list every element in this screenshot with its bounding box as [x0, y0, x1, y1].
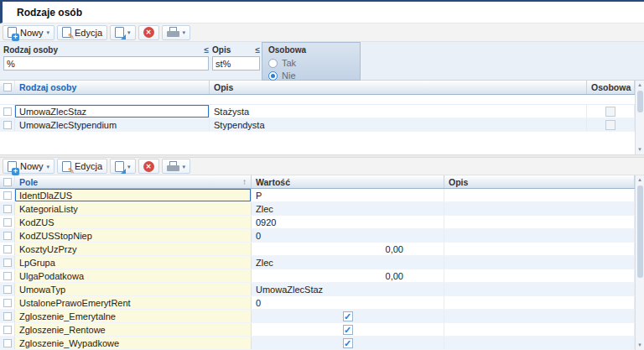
cell-pole[interactable]: IdentDlaZUS [15, 189, 252, 201]
row-select-checkbox[interactable] [0, 296, 15, 309]
cell-wartosc[interactable]: 0 [252, 296, 444, 309]
print-button[interactable] [162, 159, 191, 174]
row-select-checkbox[interactable] [0, 105, 15, 118]
grid1-scrollbar[interactable] [635, 81, 644, 154]
column-header-opis[interactable]: Opis [444, 175, 635, 188]
cell-pole[interactable]: KodZUSStopNiep [15, 229, 252, 242]
row-select-checkbox[interactable] [0, 202, 15, 215]
new-button[interactable]: Nowy [3, 25, 55, 40]
cell-opis[interactable] [444, 310, 635, 322]
cell-opis[interactable] [444, 323, 635, 336]
cell-wartosc[interactable] [252, 310, 444, 322]
scroll-down-icon[interactable] [637, 342, 642, 349]
table-row[interactable]: IdentDlaZUSP [0, 189, 635, 202]
row-select-checkbox[interactable] [0, 118, 15, 131]
cell-osobowa[interactable] [587, 105, 635, 118]
cell-osobowa[interactable] [587, 118, 635, 131]
osobowa-option-nie[interactable]: Nie [268, 71, 354, 81]
cell-opis[interactable] [444, 189, 635, 201]
row-select-checkbox[interactable] [0, 337, 15, 349]
cell-wartosc[interactable]: 0920 [252, 216, 444, 228]
cell-wartosc[interactable] [252, 337, 444, 349]
cell-wartosc[interactable]: Zlec [252, 202, 444, 215]
cell-opis[interactable] [444, 216, 635, 228]
cell-pole[interactable]: LpGrupa [15, 256, 252, 269]
table-row[interactable]: UmowaTypUmowaZlecStaz [0, 283, 635, 296]
column-header-rodzaj-osoby[interactable]: Rodzaj osoby [15, 81, 210, 94]
cell-wartosc[interactable]: P [252, 189, 444, 201]
cell-pole[interactable]: KategoriaListy [15, 202, 252, 215]
row-select-checkbox[interactable] [0, 269, 15, 282]
scrollbar-thumb[interactable] [637, 91, 643, 112]
chevron-down-icon[interactable] [47, 164, 50, 170]
edit-button[interactable]: Edycja [57, 159, 107, 174]
cell-rodzaj-osoby[interactable]: UmowaZlecStypendium [15, 118, 210, 131]
rodzaj-filter-operator[interactable]: ≤ [205, 45, 210, 55]
select-all-header[interactable] [0, 175, 15, 188]
delete-button[interactable] [138, 159, 159, 174]
table-row[interactable]: LpGrupaZlec [0, 256, 635, 269]
cell-pole[interactable]: Zgloszenie_Emerytalne [15, 310, 252, 322]
cell-opis[interactable]: Stypendysta [210, 118, 587, 131]
copy-button[interactable] [110, 25, 136, 40]
new-row-area[interactable] [0, 95, 644, 105]
cell-pole[interactable]: KodZUS [15, 216, 252, 228]
chevron-down-icon[interactable] [183, 164, 186, 170]
chevron-down-icon[interactable] [127, 29, 131, 35]
cell-opis[interactable] [444, 283, 635, 295]
chevron-down-icon[interactable] [183, 29, 186, 35]
cell-opis[interactable] [444, 243, 635, 255]
column-header-opis[interactable]: Opis [210, 81, 587, 94]
cell-wartosc[interactable]: 0,00 [252, 269, 444, 282]
table-row[interactable]: Zgloszenie_Wypadkowe [0, 337, 635, 350]
opis-filter-input[interactable] [212, 56, 260, 71]
cell-pole[interactable]: UmowaTyp [15, 283, 252, 295]
radio-selected-icon[interactable] [268, 71, 278, 81]
cell-pole[interactable]: Zgloszenie_Rentowe [15, 323, 252, 336]
row-select-checkbox[interactable] [0, 229, 15, 242]
value-checkbox-icon[interactable] [343, 338, 353, 348]
edit-button[interactable]: Edycja [57, 25, 107, 40]
cell-pole[interactable]: KosztyUzPrzy [15, 243, 252, 255]
cell-rodzaj-osoby[interactable]: UmowaZlecStaz [15, 105, 210, 118]
cell-opis[interactable] [444, 202, 635, 215]
table-row[interactable]: Zgloszenie_Emerytalne [0, 310, 635, 323]
select-all-header[interactable] [0, 81, 15, 94]
value-checkbox-icon[interactable] [343, 311, 353, 321]
cell-wartosc[interactable] [252, 323, 444, 336]
row-select-checkbox[interactable] [0, 323, 15, 336]
scroll-up-icon[interactable] [637, 176, 642, 184]
column-header-pole[interactable]: Pole ↑ [15, 175, 252, 188]
radio-icon[interactable] [268, 59, 278, 68]
table-row[interactable]: KodZUSStopNiep0 [0, 229, 635, 243]
cell-wartosc[interactable]: UmowaZlecStaz [252, 283, 444, 295]
print-button[interactable] [162, 25, 191, 40]
table-row[interactable]: UmowaZlecStazStażysta [0, 105, 635, 118]
cell-wartosc[interactable]: Zlec [252, 256, 444, 269]
cell-opis[interactable] [444, 337, 635, 349]
cell-opis[interactable] [444, 269, 635, 282]
table-row[interactable]: KodZUS0920 [0, 216, 635, 229]
scroll-down-icon[interactable] [637, 146, 642, 154]
row-select-checkbox[interactable] [0, 283, 15, 295]
table-row[interactable]: UstalonePrawoEmerytRent0 [0, 296, 635, 310]
scrollbar-thumb[interactable] [637, 185, 643, 278]
cell-pole[interactable]: Zgloszenie_Wypadkowe [15, 337, 252, 349]
row-select-checkbox[interactable] [0, 256, 15, 269]
opis-filter-operator[interactable]: ≤ [256, 45, 261, 55]
copy-button[interactable] [110, 159, 136, 174]
cell-pole[interactable]: UstalonePrawoEmerytRent [15, 296, 252, 309]
delete-button[interactable] [138, 25, 159, 40]
osobowa-checkbox-icon[interactable] [605, 120, 615, 130]
column-header-osobowa[interactable]: Osobowa [587, 81, 635, 94]
value-checkbox-icon[interactable] [343, 325, 353, 335]
chevron-down-icon[interactable] [47, 29, 50, 35]
cell-opis[interactable] [444, 229, 635, 242]
table-row[interactable]: Zgloszenie_Rentowe [0, 323, 635, 337]
cell-opis[interactable] [444, 296, 635, 309]
cell-wartosc[interactable]: 0,00 [252, 243, 444, 255]
column-header-wartosc[interactable]: Wartość [252, 175, 444, 188]
rodzaj-osoby-filter-input[interactable] [3, 56, 209, 71]
row-select-checkbox[interactable] [0, 243, 15, 255]
table-row[interactable]: KosztyUzPrzy0,00 [0, 243, 635, 256]
